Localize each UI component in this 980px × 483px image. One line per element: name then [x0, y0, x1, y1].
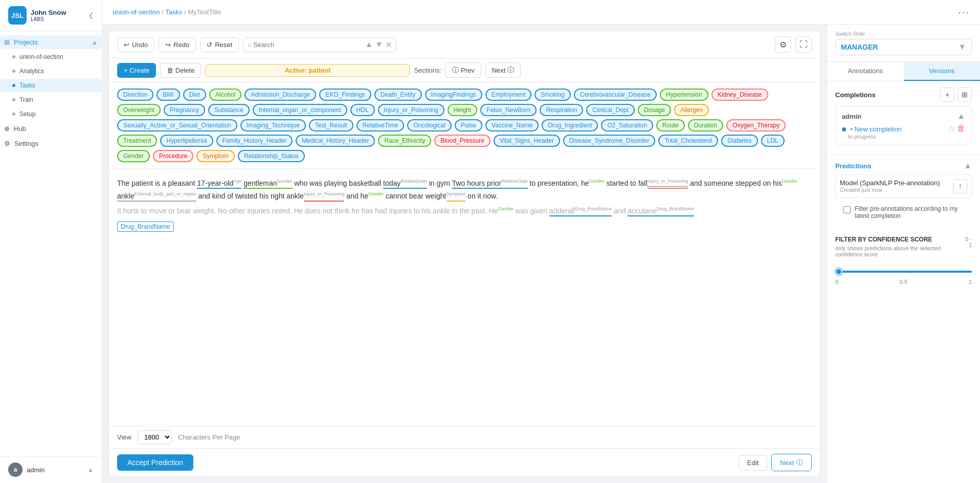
role-select[interactable]: MANAGER ▼ [835, 39, 972, 55]
delete-button[interactable]: 🗑 Delete [160, 63, 201, 78]
label-chip[interactable]: Alcohol [209, 89, 241, 101]
label-chip[interactable]: ImagingFindings [425, 89, 482, 101]
completion-chevron-icon[interactable]: ▲ [957, 112, 965, 121]
label-chip[interactable]: Hyperlipidemia [160, 135, 213, 147]
label-chip[interactable]: Height [448, 104, 478, 116]
topbar: union-of-section / Tasks / MyTestTitle ·… [102, 0, 980, 25]
prediction-action-button[interactable]: ↑ [953, 179, 967, 193]
breadcrumb-union[interactable]: union-of-section [113, 8, 160, 16]
label-chip[interactable]: Admission_Discharge [244, 89, 316, 101]
label-chip[interactable]: Procedure [153, 150, 193, 162]
label-chip[interactable]: LDL [761, 135, 785, 147]
label-chip[interactable]: Relationship_Status [238, 150, 305, 162]
label-chip[interactable]: Gender [117, 150, 150, 162]
label-chip[interactable]: Pregnancy [164, 104, 205, 116]
label-chip[interactable]: Substance [208, 104, 250, 116]
sidebar-item-union-of-section[interactable]: union-of-section [0, 50, 102, 63]
completion-item-header: admin ▲ [842, 112, 965, 121]
label-chip[interactable]: Diet [183, 89, 206, 101]
sidebar-item-analytics[interactable]: Analytics [0, 64, 102, 78]
label-chip[interactable]: Sexually_Active_or_Sexual_Orientation [117, 119, 237, 131]
filter-checkbox[interactable] [843, 206, 851, 213]
label-chip[interactable]: Oncological [407, 119, 452, 131]
label-chip[interactable]: Employment [485, 89, 532, 101]
search-up-icon[interactable]: ▲ [365, 40, 373, 49]
search-down-icon[interactable]: ▼ [375, 40, 383, 49]
predictions-collapse-icon[interactable]: ▲ [964, 161, 972, 170]
label-chip[interactable]: Test_Result [309, 119, 353, 131]
label-chip[interactable]: RelativeTime [357, 119, 405, 131]
search-box[interactable]: ⌕ ▲ ▼ ✕ [243, 37, 396, 52]
settings-panel-button[interactable]: ⚙ [775, 36, 791, 53]
label-chip[interactable]: Hypertension [660, 89, 708, 101]
star-icon[interactable]: ☆ [948, 124, 955, 134]
sidebar-item-projects[interactable]: ⊞ Projects ▲ [0, 35, 102, 49]
label-chip[interactable]: Race_Ethnicity [378, 135, 431, 147]
search-input[interactable] [253, 41, 363, 49]
fullscreen-button[interactable]: ⛶ [795, 36, 812, 53]
sidebar-item-train[interactable]: Train [0, 93, 102, 106]
label-chip[interactable]: Route [656, 119, 685, 131]
next-section-button[interactable]: Next ⓘ [485, 62, 521, 78]
label-chip[interactable]: Injury_or_Poisoning [378, 104, 444, 116]
label-chip[interactable]: Kidney_Disease [711, 89, 768, 101]
label-chip[interactable]: HDL [350, 104, 375, 116]
label-chip[interactable]: Death_Entity [374, 89, 422, 101]
prev-button[interactable]: ⓘ Prev [446, 62, 481, 78]
label-chip[interactable]: Direction [117, 89, 153, 101]
label-chip[interactable]: Clinical_Dept [586, 104, 635, 116]
accept-prediction-button[interactable]: Accept Prediction [117, 454, 193, 471]
label-chip[interactable]: Respiration [540, 104, 583, 116]
sidebar-collapse-button[interactable]: ❮ [88, 12, 94, 19]
label-chip[interactable]: Fetus_NewBorn [480, 104, 537, 116]
edit-button[interactable]: Edit [739, 455, 767, 471]
search-close-icon[interactable]: ✕ [385, 40, 392, 50]
more-options-icon[interactable]: ··· [958, 6, 970, 18]
view-select[interactable]: 1800 900 3600 [138, 430, 172, 444]
grid-view-button[interactable]: ⊞ [957, 87, 972, 102]
new-completion-label[interactable]: • New completion [850, 125, 902, 133]
sidebar-item-hub[interactable]: ⊕ Hub [0, 122, 102, 136]
add-completion-button[interactable]: + [940, 87, 954, 102]
label-chip[interactable]: Vital_Signs_Header [494, 135, 560, 147]
tab-annotations[interactable]: Annotations [827, 62, 904, 81]
redo-button[interactable]: ↪ Redo [159, 37, 196, 52]
label-chip[interactable]: Duration [688, 119, 723, 131]
create-button[interactable]: + Create [117, 63, 156, 78]
label-chip[interactable]: Pulse [455, 119, 482, 131]
sidebar-item-setup[interactable]: Setup [0, 107, 102, 121]
label-chip[interactable]: Disease_Syndrome_Disorder [563, 135, 656, 147]
label-chip[interactable]: Diabetes [721, 135, 758, 147]
label-chip[interactable]: Vaccine_Name [485, 119, 539, 131]
label-chip[interactable]: Blood_Pressure [434, 135, 490, 147]
delete-completion-icon[interactable]: 🗑 [957, 124, 965, 134]
user-expand-icon[interactable]: ▲ [87, 466, 94, 473]
next-button[interactable]: Next ⓘ [771, 454, 812, 471]
label-chip[interactable]: Allergen [674, 104, 709, 116]
label-chip[interactable]: O2_Saturation [601, 119, 653, 131]
label-chip[interactable]: Cerebrovascular_Disease [574, 89, 657, 101]
label-chip[interactable]: Symptom [196, 150, 235, 162]
label-chip[interactable]: EKG_Findings [319, 89, 371, 101]
label-chip[interactable]: Total_Cholesterol [658, 135, 718, 147]
action-bar: Accept Prediction Edit Next ⓘ [109, 448, 820, 476]
label-chip[interactable]: Dosage [638, 104, 671, 116]
tab-versions[interactable]: Versions [904, 62, 981, 81]
label-chip[interactable]: Imaging_Technique [240, 119, 306, 131]
sidebar-item-tasks[interactable]: Tasks [0, 79, 102, 92]
reset-button[interactable]: ↺ Reset [200, 37, 239, 52]
label-chip[interactable]: Overweight [117, 104, 161, 116]
label-chip[interactable]: Family_History_Header [216, 135, 293, 147]
label-chip[interactable]: Internal_organ_or_component [253, 104, 347, 116]
label-chip[interactable]: Smoking [534, 89, 571, 101]
label-chip[interactable]: Oxygen_Therapy [726, 119, 786, 131]
projects-collapse-icon[interactable]: ▲ [92, 39, 98, 46]
label-chip[interactable]: BMI [157, 89, 180, 101]
breadcrumb-tasks[interactable]: Tasks [165, 8, 182, 16]
undo-button[interactable]: ↩ Undo [117, 37, 154, 52]
label-chip[interactable]: Treatment [117, 135, 157, 147]
confidence-slider[interactable] [835, 271, 972, 273]
sidebar-item-settings[interactable]: ⚙ Settings [0, 137, 102, 150]
label-chip[interactable]: Drug_Ingredient [542, 119, 598, 131]
label-chip[interactable]: Medical_History_Header [296, 135, 375, 147]
